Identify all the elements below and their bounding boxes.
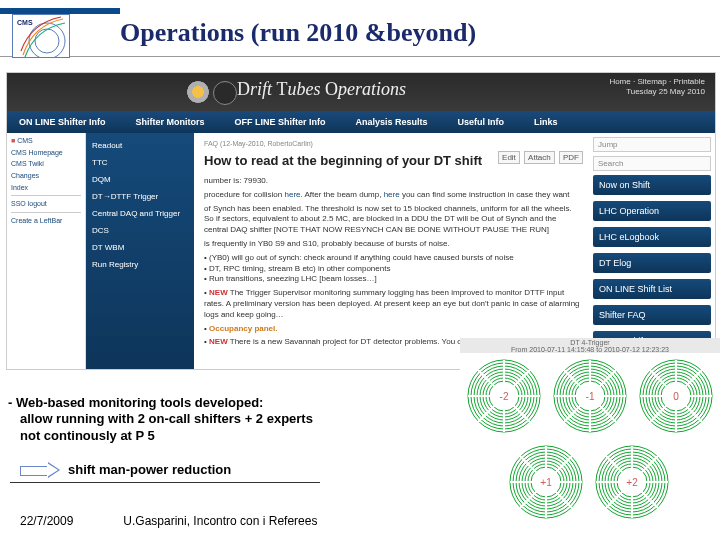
slide-footer: 22/7/2009 U.Gasparini, Incontro con i Re…	[20, 514, 317, 528]
content-new: • NEW The Trigger Supervisor monitoring …	[204, 288, 581, 320]
bullet-block: - Web-based monitoring tools developed: …	[8, 395, 428, 444]
slide-title: Operations (run 2010 &beyond)	[120, 18, 476, 48]
cms-logo: CMS	[12, 14, 70, 58]
wheel-icon: 0	[638, 358, 714, 434]
sec-item[interactable]: TTC	[92, 154, 188, 171]
nav-item[interactable]: Shifter Monitors	[136, 117, 205, 127]
underline	[10, 482, 320, 483]
link-here[interactable]: here	[384, 190, 400, 199]
wheel-icon: -2	[466, 358, 542, 434]
webpage-banner: Drift Tubes Operations Home · Sitemap · …	[7, 73, 715, 111]
nav-item[interactable]: OFF LINE Shifter Info	[235, 117, 326, 127]
edit-button[interactable]: Edit	[498, 151, 520, 164]
faq-date: FAQ (12-May-2010, RobertoCarlin)	[204, 139, 581, 148]
banner-crumb: Home · Sitemap · Printable Tuesday 25 Ma…	[609, 77, 705, 96]
content-pane: FAQ (12-May-2010, RobertoCarlin) Edit At…	[194, 133, 589, 369]
wheel-strip: DT 4-Trigger From 2010-07-11 14:15:48 to…	[460, 338, 720, 353]
wheel-label: -2	[500, 391, 509, 402]
nav-item[interactable]: Analysis Results	[356, 117, 428, 127]
wheel-icon: +1	[508, 444, 584, 520]
right-button[interactable]: Now on Shift	[593, 175, 711, 195]
attach-button[interactable]: Attach	[524, 151, 555, 164]
nav-item[interactable]: Useful Info	[458, 117, 505, 127]
arrow-label: shift man-power reduction	[68, 462, 231, 477]
wheel-icon: +2	[594, 444, 670, 520]
search-input[interactable]: Search	[593, 156, 711, 171]
embedded-webpage: Drift Tubes Operations Home · Sitemap · …	[6, 72, 716, 370]
right-button[interactable]: ON LINE Shift List	[593, 279, 711, 299]
cern-small-icon	[213, 81, 237, 105]
jump-input[interactable]: Jump	[593, 137, 711, 152]
right-button[interactable]: LHC Operation	[593, 201, 711, 221]
footer-date: 22/7/2009	[20, 514, 120, 528]
wheel-label: 0	[673, 391, 679, 402]
bullet-line: not continously at P 5	[8, 428, 428, 444]
content-line: procedure for collision here. After the …	[204, 190, 581, 201]
content-note: is frequently in YB0 S9 and S10, probabl…	[204, 239, 581, 250]
cms-small-icon	[187, 81, 209, 103]
crumb-date: Tuesday 25 May 2010	[626, 87, 705, 96]
wheel-icon: -1	[552, 358, 628, 434]
sec-item[interactable]: DT→DTTF Trigger	[92, 188, 188, 205]
bullet-line: allow running with 2 on-call shifters + …	[8, 411, 428, 427]
left-item[interactable]: CMS	[17, 137, 33, 144]
wheel-label: +1	[540, 477, 551, 488]
bullet-line: - Web-based monitoring tools developed:	[8, 395, 428, 411]
webpage-body: ■ CMS CMS Homepage CMS Twiki Changes Ind…	[7, 133, 715, 369]
sec-item[interactable]: Central DAQ and Trigger	[92, 205, 188, 222]
content-note: • (YB0) will go out of synch: check arou…	[204, 253, 581, 285]
slide-header: CMS Operations (run 2010 &beyond)	[0, 0, 720, 57]
run-number: number is: 79930.	[204, 176, 581, 187]
content-note: of Synch has been enabled. The threshold…	[204, 204, 581, 236]
nav-item[interactable]: Links	[534, 117, 558, 127]
link-here[interactable]: here	[284, 190, 300, 199]
footer-author: U.Gasparini, Incontro con i Referees	[123, 514, 317, 528]
svg-point-1	[35, 29, 59, 53]
sec-item[interactable]: Readout	[92, 137, 188, 154]
left-item[interactable]: Changes	[11, 172, 81, 180]
banner-title: Drift Tubes Operations	[237, 79, 406, 100]
wheel-label: +2	[626, 477, 637, 488]
left-create[interactable]: Create a LeftBar	[11, 217, 81, 225]
sec-item[interactable]: DT WBM	[92, 239, 188, 256]
crumb-links: Home · Sitemap · Printable	[609, 77, 705, 86]
webpage-topnav: ON LINE Shifter Info Shifter Monitors OF…	[7, 111, 715, 134]
nav-item[interactable]: ON LINE Shifter Info	[19, 117, 106, 127]
pdf-button[interactable]: PDF	[559, 151, 583, 164]
left-item[interactable]: CMS Twiki	[11, 160, 81, 168]
sec-item[interactable]: DCS	[92, 222, 188, 239]
left-item[interactable]: CMS Homepage	[11, 149, 81, 157]
sec-item[interactable]: DQM	[92, 171, 188, 188]
section-nav: Readout TTC DQM DT→DTTF Trigger Central …	[86, 133, 194, 369]
left-sso[interactable]: SSO logout	[11, 200, 81, 208]
page-tools: Edit Attach PDF	[496, 153, 583, 164]
left-sidebar: ■ CMS CMS Homepage CMS Twiki Changes Ind…	[7, 133, 86, 369]
right-button[interactable]: DT Elog	[593, 253, 711, 273]
right-button[interactable]: LHC eLogbook	[593, 227, 711, 247]
right-arrow-icon	[20, 463, 60, 477]
left-item[interactable]: Index	[11, 184, 81, 192]
right-sidebar: Jump Search Now on Shift LHC Operation L…	[589, 133, 715, 369]
content-occ: • Occupancy panel.	[204, 324, 581, 335]
right-button[interactable]: Shifter FAQ	[593, 305, 711, 325]
arrow-row: shift man-power reduction	[20, 462, 231, 477]
sec-item[interactable]: Run Registry	[92, 256, 188, 273]
svg-text:CMS: CMS	[17, 19, 33, 26]
wheel-label: -1	[586, 391, 595, 402]
wheel-panel: DT 4-Trigger From 2010-07-11 14:15:48 to…	[460, 338, 720, 528]
